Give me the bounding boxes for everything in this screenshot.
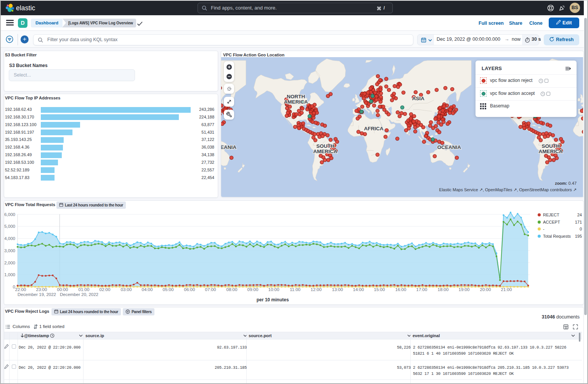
svg-text:10:00: 10:00 — [268, 287, 280, 292]
svg-text:OCEANIA: OCEANIA — [221, 144, 236, 150]
svg-text:3,000: 3,000 — [4, 248, 15, 253]
svg-text:12:00: 12:00 — [311, 287, 322, 292]
svg-text:18:00: 18:00 — [438, 287, 449, 292]
svg-text:ASIA: ASIA — [412, 96, 425, 101]
svg-text:per 10 minutes: per 10 minutes — [257, 297, 289, 302]
svg-text:05:00: 05:00 — [163, 287, 174, 292]
svg-text:16:00: 16:00 — [395, 287, 406, 292]
svg-text:09:00: 09:00 — [247, 287, 259, 292]
svg-text:6,000: 6,000 — [4, 212, 15, 217]
svg-text:NORTH: NORTH — [287, 94, 305, 99]
svg-text:OCEANIA: OCEANIA — [437, 144, 461, 150]
svg-text:0: 0 — [13, 285, 15, 289]
svg-text:17:00: 17:00 — [416, 287, 427, 292]
svg-text:04:00: 04:00 — [142, 287, 153, 292]
svg-text:01:00: 01:00 — [79, 287, 90, 292]
svg-text:2,000: 2,000 — [4, 261, 15, 265]
svg-text:21:00: 21:00 — [501, 287, 512, 292]
svg-text:19:00: 19:00 — [459, 287, 470, 292]
svg-text:AMERICA: AMERICA — [313, 149, 337, 154]
svg-text:02:00: 02:00 — [100, 287, 111, 292]
svg-text:December 19, 2022: December 19, 2022 — [18, 292, 56, 297]
svg-text:SOUTH: SOUTH — [316, 143, 334, 149]
svg-text:07:00: 07:00 — [205, 287, 216, 292]
svg-text:13:00: 13:00 — [332, 287, 343, 292]
svg-text:SOUTH: SOUTH — [541, 143, 559, 149]
svg-text:AFRICA: AFRICA — [364, 126, 384, 131]
svg-text:22:00: 22:00 — [15, 287, 26, 292]
svg-text:5,000: 5,000 — [4, 224, 15, 229]
svg-text:AMERICA: AMERICA — [284, 99, 308, 105]
svg-text:20:00: 20:00 — [480, 287, 491, 292]
svg-text:23:00: 23:00 — [36, 287, 47, 292]
svg-text:03:00: 03:00 — [121, 287, 132, 292]
svg-text:4,000: 4,000 — [4, 236, 15, 241]
svg-text:1,000: 1,000 — [4, 272, 15, 277]
svg-text:00:00: 00:00 — [57, 287, 68, 292]
svg-text:11:00: 11:00 — [290, 287, 300, 292]
svg-text:AMERICA: AMERICA — [539, 149, 563, 154]
svg-text:14:00: 14:00 — [353, 287, 364, 292]
svg-text:06:00: 06:00 — [184, 287, 195, 292]
svg-text:15:00: 15:00 — [374, 287, 385, 292]
svg-text:December 20, 2022: December 20, 2022 — [60, 292, 98, 297]
svg-text:08:00: 08:00 — [227, 287, 238, 292]
